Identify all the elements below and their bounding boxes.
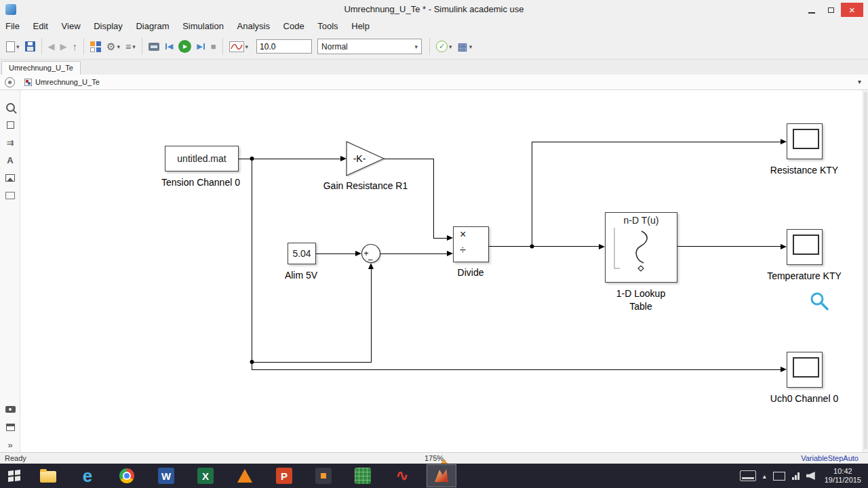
lookup-table-block[interactable]: n-D T(u) (605, 212, 677, 283)
status-bar: Ready 175% VariableStepAuto (0, 452, 868, 464)
taskbar-circuit-app[interactable] (348, 464, 378, 487)
divide-times-sign: × (460, 228, 466, 241)
taskbar-word[interactable]: W (151, 464, 181, 487)
expand-palette-button[interactable]: » (3, 438, 18, 451)
stop-button[interactable]: ■ (209, 38, 218, 56)
menu-display[interactable]: Display (88, 19, 128, 34)
annotation-button[interactable]: A (3, 153, 18, 167)
start-button[interactable] (0, 464, 28, 488)
model-explorer-button[interactable]: ≡ ▾ (123, 38, 138, 56)
chevron-down-icon: ▾ (117, 43, 120, 50)
build-button[interactable]: ▦ ▾ (456, 38, 475, 56)
scrollbar-thumb[interactable] (864, 92, 867, 449)
taskbar-internet-explorer[interactable]: e (73, 464, 102, 487)
tool-palette: ⇉ A » (0, 90, 20, 452)
menu-file[interactable]: File (0, 19, 25, 34)
library-browser-button[interactable] (88, 38, 103, 56)
tab-umrechnung[interactable]: Umrechnung_U_Te (1, 61, 81, 75)
zoom-icon (6, 103, 15, 112)
library-browser-icon (90, 41, 101, 52)
sum-minus-sign: – (368, 255, 373, 264)
tray-chevron-up-icon[interactable]: ▴ (763, 472, 766, 480)
check-icon: ✓ (436, 41, 448, 52)
lookup-header: n-D T(u) (606, 215, 677, 226)
model-canvas[interactable]: -K- + – untitled.mat Tension Channel 0 G… (20, 90, 863, 452)
signal-arrows-icon: ⇉ (7, 138, 14, 148)
panel-icon (6, 424, 15, 431)
scope-uch0-block[interactable] (787, 352, 823, 388)
breadcrumb-path[interactable]: Umrechnung_U_Te (35, 75, 100, 89)
scope-resistance-block[interactable] (787, 123, 823, 159)
close-button[interactable]: × (841, 3, 863, 17)
tray-volume-icon[interactable] (806, 472, 815, 480)
from-file-block[interactable]: untitled.mat (165, 146, 239, 171)
internet-explorer-icon: e (83, 467, 92, 485)
constant-label: Alim 5V (267, 269, 335, 282)
step-back-bar-icon (165, 43, 167, 49)
tray-clock[interactable]: 10:42 19/11/2015 (825, 467, 861, 485)
taskbar-file-explorer[interactable] (33, 464, 63, 487)
step-forward-button[interactable]: ▶ (195, 38, 207, 56)
toolbar-separator (222, 38, 223, 55)
taskbar-excel[interactable]: X (191, 464, 220, 487)
menu-diagram[interactable]: Diagram (130, 19, 174, 34)
tray-network-icon[interactable] (792, 472, 800, 480)
toggle-browser-icon[interactable] (5, 77, 15, 87)
up-button[interactable]: ↑ (71, 38, 80, 56)
area-box-button[interactable] (3, 188, 18, 202)
gain-label: Gain Resistance R1 (311, 180, 420, 192)
menu-help[interactable]: Help (346, 19, 375, 34)
windows-taskbar: e W X P ∿ ▴ 10:42 19/11/2015 (0, 464, 868, 488)
save-button[interactable] (23, 38, 37, 56)
gain-block[interactable]: -K- (347, 142, 384, 176)
menu-tools[interactable]: Tools (312, 19, 343, 34)
list-icon: ≡ (125, 41, 131, 52)
vertical-scrollbar[interactable] (863, 90, 868, 452)
tray-display-icon[interactable] (773, 472, 785, 481)
menu-simulation[interactable]: Simulation (177, 19, 229, 34)
image-button[interactable] (3, 171, 18, 184)
taskbar-vlc[interactable] (230, 464, 260, 487)
window-title: Umrechnung_U_Te * - Simulink academic us… (0, 4, 868, 14)
search-icon[interactable] (809, 291, 829, 311)
solver-indicator[interactable]: VariableStepAuto (801, 454, 859, 462)
screenshot-button[interactable] (3, 403, 18, 416)
maximize-button[interactable] (821, 3, 841, 17)
signal-routing-button[interactable]: ⇉ (3, 136, 18, 149)
menu-code[interactable]: Code (278, 19, 310, 34)
minimize-button[interactable] (802, 3, 821, 17)
menu-view[interactable]: View (56, 19, 86, 34)
chrome-icon (119, 468, 134, 483)
model-settings-button[interactable]: ⚙ ▾ (104, 38, 122, 56)
clock-date: 19/11/2015 (825, 476, 861, 485)
run-button[interactable]: ▶ (176, 38, 193, 56)
tab-bar: Umrechnung_U_Te (0, 60, 868, 75)
from-file-label: Tension Channel 0 (146, 176, 255, 189)
taskbar-app-dark[interactable] (309, 464, 338, 487)
viewmarks-button[interactable] (3, 420, 18, 434)
taskbar-simulink-active[interactable] (427, 464, 456, 487)
sim-stop-time-input[interactable] (256, 39, 312, 54)
scope-resistance-label: Resistance KTY (750, 164, 859, 177)
zoom-tool-button[interactable] (3, 100, 18, 114)
sim-mode-select[interactable]: Normal ▾ (317, 39, 422, 54)
fit-view-button[interactable] (3, 118, 18, 131)
hardware-button[interactable] (146, 38, 161, 56)
taskbar-chrome[interactable] (112, 464, 142, 487)
taskbar-signal-app[interactable]: ∿ (387, 464, 417, 487)
touch-keyboard-icon[interactable] (740, 470, 756, 481)
step-back-button[interactable]: ◀ (163, 38, 175, 56)
back-button[interactable]: ◀ (46, 38, 57, 56)
forward-button[interactable]: ▶ (58, 38, 69, 56)
chevron-down-icon[interactable]: ▾ (858, 75, 861, 89)
menu-analysis[interactable]: Analysis (232, 19, 275, 34)
new-model-button[interactable]: ▾ (4, 38, 22, 56)
gain-text: -K- (353, 153, 366, 164)
taskbar-powerpoint[interactable]: P (269, 464, 299, 487)
divide-block[interactable]: × ÷ (453, 226, 489, 262)
simulation-display-button[interactable]: ▾ (227, 38, 251, 56)
update-diagram-button[interactable]: ✓ ▾ (434, 38, 454, 56)
scope-temperature-block[interactable] (787, 229, 823, 265)
constant-block[interactable]: 5.04 (288, 243, 316, 264)
menu-edit[interactable]: Edit (28, 19, 54, 34)
